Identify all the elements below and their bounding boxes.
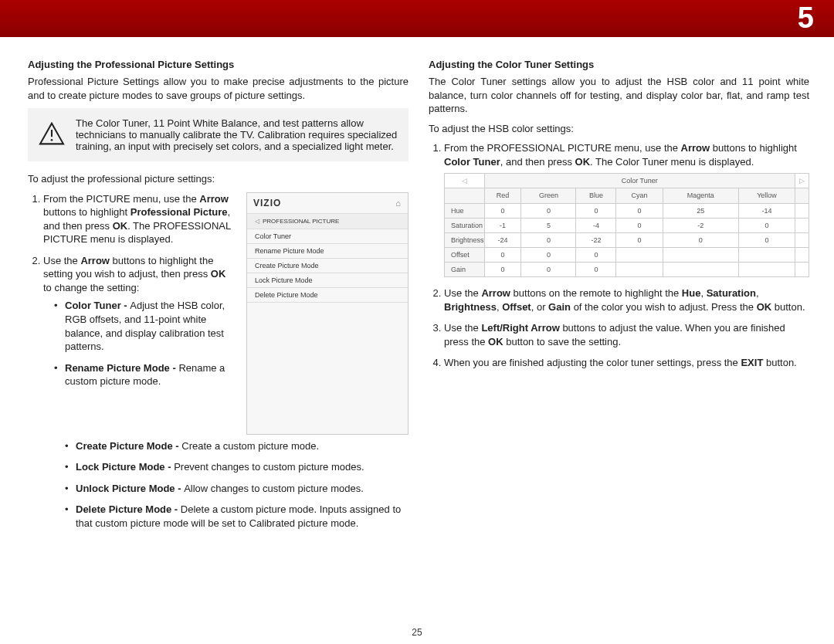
- table-row: Hue000025-14: [445, 203, 809, 218]
- color-tuner-table: ◁Color Tuner▷ RedGreenBlueCyanMagentaYel…: [444, 173, 809, 277]
- right-steps: From the PROFESSIONAL PICTURE menu, use …: [429, 141, 809, 370]
- bullet-color-tuner: Color Tuner - Adjust the HSB color, RGB …: [54, 299, 236, 353]
- table-row: Gain000: [445, 263, 809, 277]
- right-intro: The Color Tuner settings allow you to ad…: [429, 75, 809, 116]
- warning-text: The Color Tuner, 11 Point White Balance,…: [76, 117, 398, 152]
- table-row: Brightness-240-22000: [445, 232, 809, 247]
- bullet-delete: Delete Picture Mode - Delete a custom pi…: [65, 503, 409, 530]
- right-step-3: Use the Left/Right Arrow buttons to adju…: [444, 321, 809, 348]
- right-step-1: From the PROFESSIONAL PICTURE menu, use …: [444, 141, 809, 277]
- menu-item: Rename Picture Mode: [247, 244, 408, 259]
- warning-box: The Color Tuner, 11 Point White Balance,…: [28, 108, 409, 161]
- right-lead: To adjust the HSB color settings:: [429, 122, 809, 136]
- page-body: Adjusting the Professional Picture Setti…: [0, 37, 834, 537]
- left-column: Adjusting the Professional Picture Setti…: [28, 59, 409, 537]
- menu-item: Lock Picture Mode: [247, 273, 408, 288]
- left-step-1: From the PICTURE menu, use the Arrow but…: [43, 192, 236, 246]
- menu-crumb: PROFESSIONAL PICTURE: [247, 214, 408, 229]
- warning-icon: [39, 122, 65, 145]
- left-intro: Professional Picture Settings allow you …: [28, 75, 409, 102]
- table-row: Saturation-15-40-20: [445, 218, 809, 232]
- bullet-unlock: Unlock Picture Mode - Allow changes to c…: [65, 482, 409, 496]
- chapter-number: 5: [798, 2, 814, 35]
- menu-item: Color Tuner: [247, 229, 408, 244]
- right-step-4: When you are finished adjusting the colo…: [444, 356, 809, 370]
- menu-brand: VIZIO: [253, 198, 281, 208]
- right-arrow-icon: ▷: [795, 174, 809, 188]
- left-bullets: Color Tuner - Adjust the HSB color, RGB …: [43, 299, 236, 388]
- header-bar: 5: [0, 0, 834, 37]
- left-arrow-icon: ◁: [445, 174, 485, 188]
- bullet-lock: Lock Picture Mode - Prevent changes to c…: [65, 460, 409, 474]
- menu-item: Delete Picture Mode: [247, 288, 408, 303]
- bullet-create: Create Picture Mode - Create a custom pi…: [65, 439, 409, 453]
- left-step-2: Use the Arrow buttons to highlight the s…: [43, 254, 236, 388]
- table-row: Offset000: [445, 247, 809, 262]
- page-number: 25: [0, 627, 834, 638]
- right-heading: Adjusting the Color Tuner Settings: [429, 59, 809, 70]
- svg-point-2: [51, 139, 53, 141]
- left-heading: Adjusting the Professional Picture Setti…: [28, 59, 409, 70]
- professional-picture-menu: VIZIO⌂ PROFESSIONAL PICTURE Color Tuner …: [246, 192, 409, 435]
- left-bullets-cont: Create Picture Mode - Create a custom pi…: [28, 439, 409, 530]
- right-column: Adjusting the Color Tuner Settings The C…: [429, 59, 809, 537]
- home-icon: ⌂: [395, 198, 402, 208]
- menu-item: Create Picture Mode: [247, 259, 408, 273]
- bullet-rename: Rename Picture Mode - Rename a custom pi…: [54, 361, 236, 388]
- right-step-2: Use the Arrow buttons on the remote to h…: [444, 286, 809, 314]
- left-steps: From the PICTURE menu, use the Arrow but…: [28, 192, 236, 388]
- table-title: Color Tuner: [484, 174, 795, 188]
- left-lead: To adjust the professional picture setti…: [28, 172, 409, 186]
